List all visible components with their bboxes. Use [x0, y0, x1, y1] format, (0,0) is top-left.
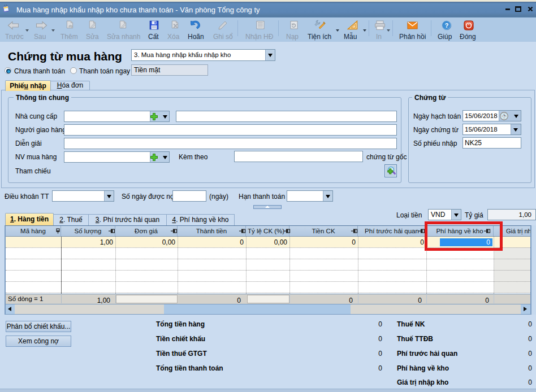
svg-text:?: ? — [445, 22, 449, 29]
